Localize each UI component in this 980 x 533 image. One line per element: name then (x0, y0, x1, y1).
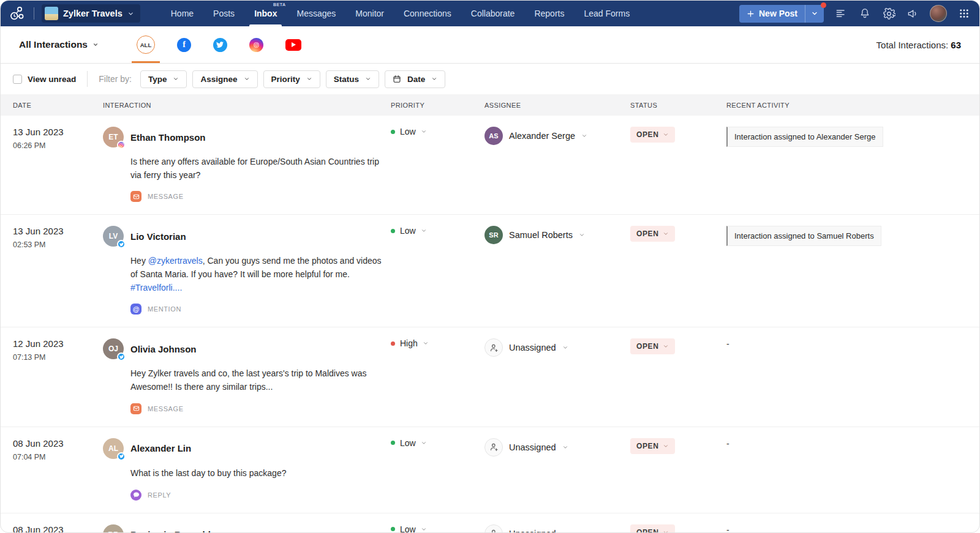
interaction-row[interactable]: 12 Jun 202307:13 PMOJOlivia JohnsonHey Z… (1, 327, 979, 427)
priority-dot (391, 229, 395, 233)
nav-item-lead-forms[interactable]: Lead Forms (574, 1, 639, 26)
column-header-recent-activity: RECENT ACTIVITY (726, 102, 967, 109)
queue-icon[interactable] (834, 7, 848, 20)
interactions-filter-dropdown[interactable]: All Interactions (19, 39, 99, 50)
bell-icon[interactable] (858, 7, 872, 20)
priority-cell: Low (391, 116, 484, 214)
zoho-social-logo[interactable] (8, 4, 26, 23)
new-post-button[interactable]: New Post (739, 5, 824, 23)
assignee-dropdown[interactable]: SRSamuel Roberts (484, 226, 630, 244)
status-dropdown[interactable]: OPEN (630, 524, 675, 533)
channel-filter-twitter[interactable] (209, 26, 231, 63)
recent-activity-empty: - (726, 525, 729, 533)
nav-item-messages[interactable]: Messages (287, 1, 345, 26)
interaction-time: 07:13 PM (13, 353, 103, 362)
interaction-row[interactable]: 13 Jun 202302:53 PMLVLio VictorianHey @z… (1, 215, 979, 327)
author-name[interactable]: Alexander Lin (130, 443, 191, 453)
interactions-filter-label: All Interactions (19, 39, 88, 50)
assignee-cell: ASAlexander Serge (484, 116, 630, 214)
channel-filter-instagram[interactable] (246, 26, 267, 63)
filter-button-assignee[interactable]: Assignee (192, 70, 257, 88)
priority-dot (391, 527, 395, 531)
interaction-row[interactable]: 08 Jun 202307:04 PMALAlexander LinWhat i… (1, 427, 979, 513)
interaction-message[interactable]: What is the last day to buy this package… (130, 467, 383, 480)
priority-dropdown[interactable]: High (391, 338, 484, 348)
status-dropdown[interactable]: OPEN (630, 438, 675, 454)
nav-item-reports[interactable]: Reports (524, 1, 574, 26)
nav-item-monitor[interactable]: Monitor (345, 1, 394, 26)
interaction-message[interactable]: Hey Zylker travels and co, the last year… (130, 367, 383, 393)
nav-item-connections[interactable]: Connections (394, 1, 461, 26)
nav-item-inbox[interactable]: InboxBETA (244, 1, 287, 26)
gear-icon[interactable] (882, 7, 895, 20)
column-header-status: STATUS (630, 102, 726, 109)
interaction-message[interactable]: Is there any offers available for Europe… (130, 155, 383, 182)
assign-user-icon (484, 438, 503, 457)
brand-selector[interactable]: Zylker Travels (42, 4, 140, 23)
new-post-dropdown[interactable] (805, 5, 824, 23)
interaction-row[interactable]: 08 Jun 202307:02 PMBRBenjamin Reynolds@z… (1, 513, 979, 533)
nav-item-posts[interactable]: Posts (203, 1, 244, 26)
recent-activity-cell: - (726, 513, 967, 533)
avatar: OJ (103, 338, 124, 359)
interaction-cell: ETEthan ThompsonIs there any offers avai… (103, 116, 391, 214)
author-name[interactable]: Benjamin Reynolds (130, 529, 216, 533)
divider (87, 71, 88, 87)
column-header-date: DATE (13, 102, 103, 109)
author-name[interactable]: Ethan Thompson (130, 132, 206, 143)
twitter-badge-icon (117, 452, 126, 461)
channel-filter-youtube[interactable] (282, 26, 305, 63)
filter-button-status[interactable]: Status (326, 70, 379, 88)
priority-dropdown[interactable]: Low (391, 226, 484, 236)
filter-button-date[interactable]: Date (385, 70, 445, 88)
interaction-message[interactable]: Hey @zykertravels, Can you guys send me … (130, 255, 383, 294)
assignee-dropdown[interactable]: Unassigned (484, 524, 630, 533)
priority-dropdown[interactable]: Low (391, 127, 484, 136)
date-cell: 08 Jun 202307:02 PM (13, 513, 103, 533)
recent-activity-cell: Interaction assigned to Alexander Serge (726, 116, 967, 214)
status-label: OPEN (636, 442, 658, 450)
apps-grid-icon[interactable] (957, 7, 971, 20)
assignee-dropdown[interactable]: Unassigned (484, 338, 630, 357)
status-cell: OPEN (630, 513, 726, 533)
priority-dropdown[interactable]: Low (391, 438, 484, 448)
avatar: ET (103, 127, 124, 147)
status-dropdown[interactable]: OPEN (630, 226, 675, 242)
user-avatar[interactable] (930, 5, 947, 22)
status-dropdown[interactable]: OPEN (630, 338, 675, 354)
interaction-type: @MENTION (130, 304, 391, 327)
recent-activity-text: Interaction assigned to Alexander Serge (726, 127, 883, 147)
recent-activity-cell: Interaction assigned to Samuel Roberts (726, 215, 967, 327)
reply-icon (130, 490, 141, 501)
twitter-icon (213, 38, 227, 52)
avatar: LV (103, 226, 124, 247)
nav-item-home[interactable]: Home (161, 1, 203, 26)
assignee-dropdown[interactable]: Unassigned (484, 438, 630, 457)
author-name[interactable]: Lio Victorian (130, 231, 186, 242)
announcement-icon[interactable] (906, 7, 919, 20)
nav-item-collaborate[interactable]: Collaborate (461, 1, 525, 26)
status-dropdown[interactable]: OPEN (630, 127, 675, 143)
view-unread-toggle[interactable]: View unread (13, 75, 76, 84)
interaction-date: 12 Jun 2023 (13, 338, 103, 349)
filter-button-priority[interactable]: Priority (263, 70, 320, 88)
facebook-icon: f (177, 38, 191, 52)
status-cell: OPEN (630, 215, 726, 327)
assign-user-icon (484, 524, 503, 533)
interaction-time: 06:26 PM (13, 141, 103, 150)
assignee-dropdown[interactable]: ASAlexander Serge (484, 127, 630, 145)
status-label: OPEN (636, 342, 658, 351)
priority-dropdown[interactable]: Low (391, 524, 484, 533)
priority-label: Low (400, 226, 416, 236)
author-name[interactable]: Olivia Johnson (130, 344, 197, 354)
filter-button-type[interactable]: Type (140, 70, 187, 88)
app-window: Zylker Travels HomePostsInboxBETAMessage… (0, 0, 980, 533)
date-cell: 13 Jun 202302:53 PM (13, 215, 103, 327)
interaction-row[interactable]: 13 Jun 202306:26 PMETEthan ThompsonIs th… (1, 116, 979, 215)
message-link[interactable]: @zykertravels (148, 256, 203, 266)
view-unread-checkbox[interactable] (13, 75, 22, 84)
channel-filter-all[interactable]: ALL (133, 26, 159, 63)
channel-filter-facebook[interactable]: f (173, 26, 195, 63)
message-link[interactable]: #Travelforli.... (130, 283, 182, 293)
message-icon (130, 403, 141, 414)
